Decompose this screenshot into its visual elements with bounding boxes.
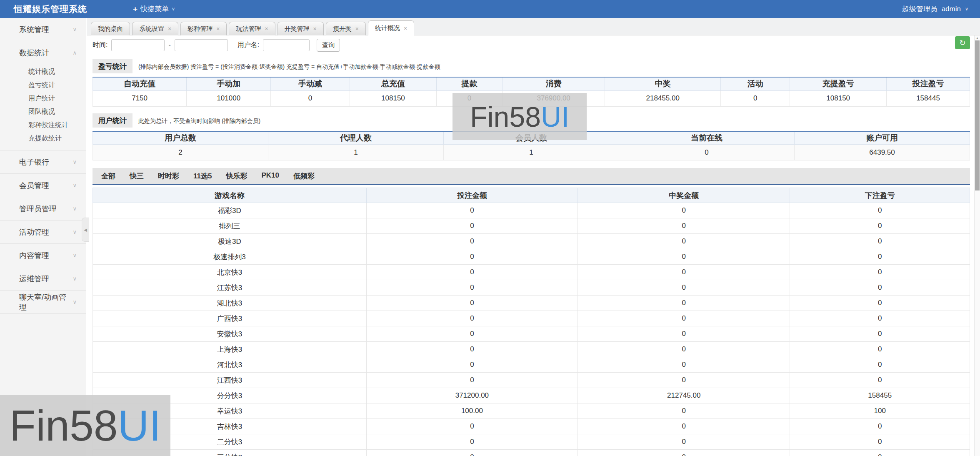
tab-统计概况[interactable]: 统计概况× <box>368 20 414 35</box>
sidebar-collapse-handle[interactable]: ◀ <box>82 218 89 242</box>
topbar: 恒耀娱乐管理系统 + 快捷菜单 ∨ 超级管理员 admin ∨ <box>0 0 980 18</box>
cell: 7150 <box>93 90 187 106</box>
tab-开奖管理[interactable]: 开奖管理× <box>278 22 324 35</box>
cell: 0 <box>790 234 970 249</box>
cell: 0 <box>366 280 578 296</box>
sidebar-subitem-充提款统计[interactable]: 充提款统计 <box>0 132 86 145</box>
sidebar-group: 电子银行∨ <box>0 150 86 174</box>
tab-close-icon[interactable]: × <box>168 26 171 32</box>
sidebar-subitem-统计概况[interactable]: 统计概况 <box>0 65 86 78</box>
tab-close-icon[interactable]: × <box>216 26 220 32</box>
cell: 0 <box>790 249 970 265</box>
cell: 北京快3 <box>93 265 367 280</box>
tab-预开奖[interactable]: 预开奖× <box>326 22 366 35</box>
sidebar-item-聊天室/动画管理[interactable]: 聊天室/动画管理∨ <box>0 291 86 313</box>
sidebar-group: 运维管理∨ <box>0 267 86 291</box>
user-section-header: 用户统计 此处为总计，不受查询时间影响 (排除内部会员) <box>92 113 970 128</box>
refresh-icon: ↻ <box>959 39 965 47</box>
game-tab-全部[interactable]: 全部 <box>94 168 122 184</box>
query-button[interactable]: 查询 <box>317 39 340 52</box>
vertical-scrollbar[interactable]: ▲ <box>974 35 980 456</box>
cell: 0 <box>366 265 578 280</box>
tab-系统设置[interactable]: 系统设置× <box>132 22 178 35</box>
cell: 0 <box>578 450 790 456</box>
sidebar-subitem-盈亏统计[interactable]: 盈亏统计 <box>0 78 86 92</box>
game-tab-时时彩[interactable]: 时时彩 <box>151 168 186 184</box>
sidebar-item-label: 管理员管理 <box>19 204 57 214</box>
table-row: 上海快3000 <box>93 342 970 357</box>
cell: 江西快3 <box>93 373 367 388</box>
tab-彩种管理[interactable]: 彩种管理× <box>180 22 227 35</box>
scrollbar-thumb[interactable] <box>975 40 980 190</box>
game-category-tabs: 全部快三时时彩11选5快乐彩PK10低频彩 <box>92 168 970 185</box>
time-from-input[interactable] <box>111 39 165 51</box>
tab-玩法管理[interactable]: 玩法管理× <box>229 22 275 35</box>
cell: 0 <box>578 234 790 249</box>
user-section-title: 用户统计 <box>92 113 132 128</box>
cell: 福彩3D <box>93 203 367 218</box>
col-header: 游戏名称 <box>93 188 367 203</box>
sidebar-subitem-彩种投注统计[interactable]: 彩种投注统计 <box>0 118 86 132</box>
cell: 0 <box>790 218 970 234</box>
time-to-input[interactable] <box>175 39 228 51</box>
chevron-down-icon: ∨ <box>72 299 77 305</box>
sidebar-item-内容管理[interactable]: 内容管理∨ <box>0 244 86 267</box>
cell: 0 <box>366 203 578 218</box>
cell: 0 <box>578 403 790 419</box>
quick-menu-button[interactable]: + 快捷菜单 ∨ <box>133 4 175 14</box>
table-row: 排列三000 <box>93 218 970 234</box>
tab-close-icon[interactable]: × <box>313 26 317 32</box>
cell: 0 <box>578 434 790 450</box>
sidebar-item-运维管理[interactable]: 运维管理∨ <box>0 267 86 290</box>
cell: 0 <box>721 90 790 106</box>
username-input[interactable] <box>263 39 310 51</box>
cell: 0 <box>366 311 578 326</box>
cell: 0 <box>366 342 578 357</box>
chevron-down-icon: ∨ <box>72 159 77 165</box>
sidebar-item-会员管理[interactable]: 会员管理∨ <box>0 174 86 197</box>
tab-label: 开奖管理 <box>285 25 310 33</box>
cell: 108150 <box>350 90 436 106</box>
cell: 0 <box>578 280 790 296</box>
cell: 0 <box>578 265 790 280</box>
tab-我的桌面[interactable]: 我的桌面 <box>91 22 130 35</box>
refresh-button[interactable]: ↻ <box>955 36 970 49</box>
col-header: 自动充值 <box>93 77 187 90</box>
cell: 0 <box>578 296 790 311</box>
tab-close-icon[interactable]: × <box>404 25 407 31</box>
cell: 0 <box>366 373 578 388</box>
chevron-up-icon: ∧ <box>72 50 77 56</box>
cell: 三分快3 <box>93 450 367 456</box>
sidebar-item-数据统计[interactable]: 数据统计∧ <box>0 41 86 64</box>
sidebar-item-活动管理[interactable]: 活动管理∨ <box>0 220 86 243</box>
sidebar-item-系统管理[interactable]: 系统管理∨ <box>0 18 86 41</box>
sidebar-item-管理员管理[interactable]: 管理员管理∨ <box>0 197 86 220</box>
sidebar-subitem-团队概况[interactable]: 团队概况 <box>0 105 86 118</box>
cell: 0 <box>366 218 578 234</box>
game-tab-快三[interactable]: 快三 <box>122 168 151 184</box>
table-row: 分分快3371200.00212745.00158455 <box>93 388 970 403</box>
col-header: 消费 <box>502 77 605 90</box>
sidebar-subitem-用户统计[interactable]: 用户统计 <box>0 92 86 105</box>
cell: 0 <box>578 373 790 388</box>
col-header: 下注盈亏 <box>790 188 970 203</box>
table-row: 福彩3D000 <box>93 203 970 218</box>
col-header: 总充值 <box>350 77 436 90</box>
tab-close-icon[interactable]: × <box>355 26 359 32</box>
sidebar-item-电子银行[interactable]: 电子银行∨ <box>0 150 86 173</box>
cell: 100.00 <box>366 403 578 419</box>
game-tab-低频彩[interactable]: 低频彩 <box>286 168 322 184</box>
table-row: 河北快3000 <box>93 357 970 373</box>
sidebar-group: 活动管理∨ <box>0 220 86 244</box>
game-tab-11选5[interactable]: 11选5 <box>186 168 219 184</box>
sidebar-submenu: 统计概况盈亏统计用户统计团队概况彩种投注统计充提款统计 <box>0 64 86 150</box>
cell: 0 <box>790 419 970 434</box>
game-tab-快乐彩[interactable]: 快乐彩 <box>219 168 254 184</box>
game-tab-PK10[interactable]: PK10 <box>254 168 286 184</box>
sidebar-item-label: 系统管理 <box>19 25 49 35</box>
app-title: 恒耀娱乐管理系统 <box>14 3 87 15</box>
username-label: 用户名: <box>238 41 259 50</box>
tab-close-icon[interactable]: × <box>265 26 268 32</box>
account-menu[interactable]: 超级管理员 admin ∨ <box>902 4 968 14</box>
sidebar-group: 管理员管理∨ <box>0 197 86 220</box>
